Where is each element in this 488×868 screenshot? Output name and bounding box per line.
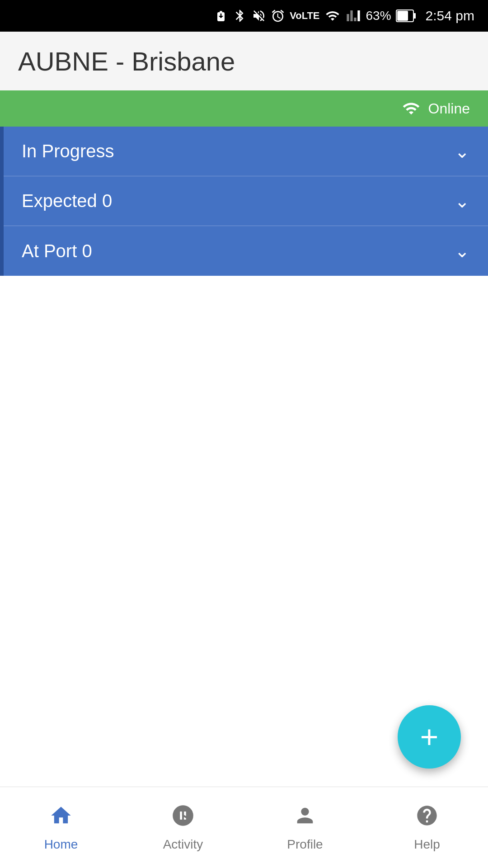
accordion-label-in-progress: In Progress	[22, 141, 114, 161]
bottom-nav: Home Activity Profile Help	[0, 787, 488, 868]
volte-icon: VoLTE	[290, 10, 319, 22]
accordion-item-at-port[interactable]: At Port 0 ⌄	[4, 226, 488, 276]
help-icon	[415, 804, 439, 833]
chevron-icon-expected: ⌄	[455, 191, 470, 212]
nav-item-help[interactable]: Help	[366, 787, 488, 868]
battery-percentage: 63%	[366, 9, 391, 23]
accordion-label-expected: Expected 0	[22, 191, 112, 211]
svg-rect-1	[413, 13, 416, 19]
nav-item-profile[interactable]: Profile	[244, 787, 366, 868]
accordion-item-in-progress[interactable]: In Progress ⌄	[4, 127, 488, 176]
online-status-text: Online	[428, 100, 470, 117]
nav-item-activity[interactable]: Activity	[122, 787, 244, 868]
status-bar: VoLTE 63% 2:54 pm	[0, 0, 488, 32]
accordion-section: In Progress ⌄ Expected 0 ⌄ At Port 0 ⌄	[0, 127, 488, 276]
accordion-label-at-port: At Port 0	[22, 241, 92, 261]
wifi-icon	[324, 9, 341, 23]
svg-rect-2	[397, 11, 408, 21]
alarm-icon	[271, 9, 285, 23]
battery-icon	[396, 9, 417, 22]
nav-label-help: Help	[414, 837, 440, 852]
online-banner: Online	[0, 90, 488, 127]
bluetooth-icon	[233, 9, 247, 23]
status-icons: VoLTE 63% 2:54 pm	[214, 8, 474, 24]
fab-plus-icon: +	[420, 721, 439, 753]
chevron-icon-at-port: ⌄	[455, 241, 470, 261]
accordion-item-expected[interactable]: Expected 0 ⌄	[4, 176, 488, 226]
battery-save-icon	[214, 9, 228, 23]
signal-icon	[345, 9, 361, 23]
activity-icon	[171, 804, 195, 833]
online-wifi-icon	[401, 99, 421, 118]
nav-label-activity: Activity	[163, 837, 203, 852]
status-time: 2:54 pm	[426, 8, 474, 24]
app-header: AUBNE - Brisbane	[0, 32, 488, 90]
nav-label-home: Home	[44, 837, 78, 852]
mute-icon	[252, 9, 266, 23]
app-title: AUBNE - Brisbane	[18, 46, 235, 76]
fab-add-button[interactable]: +	[398, 705, 461, 769]
nav-item-home[interactable]: Home	[0, 787, 122, 868]
profile-icon	[293, 804, 317, 833]
home-icon	[49, 804, 73, 833]
chevron-icon-in-progress: ⌄	[455, 141, 470, 162]
nav-label-profile: Profile	[287, 837, 323, 852]
